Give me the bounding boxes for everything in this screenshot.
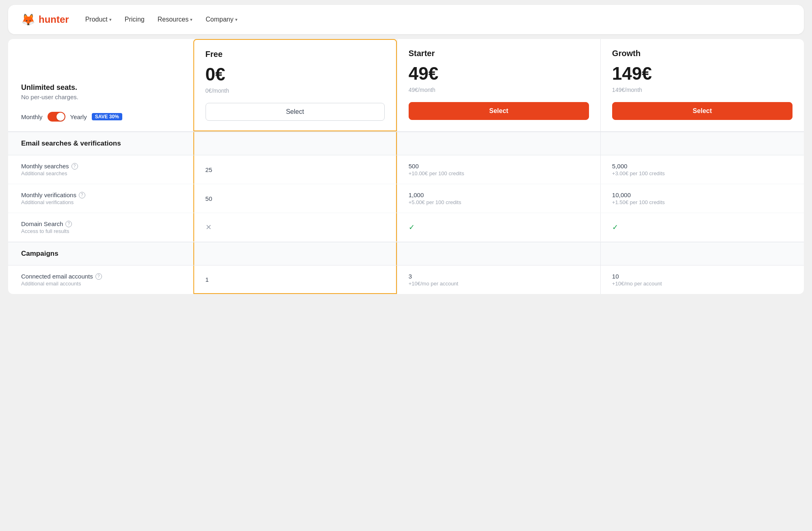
chevron-down-icon: ▾ bbox=[235, 17, 238, 22]
domain-search-sub: Access to full results bbox=[21, 228, 180, 234]
section-campaigns-header: Campaigns bbox=[8, 242, 804, 266]
table-row: Monthly searches ? Additional searches 2… bbox=[8, 155, 804, 184]
no-charges-text: No per-user charges. bbox=[21, 94, 180, 100]
table-row: Domain Search ? Access to full results ✕… bbox=[8, 213, 804, 242]
toggle-knob bbox=[56, 113, 65, 121]
nav-product-label: Product bbox=[85, 16, 108, 23]
monthly-verifications-free-value: 50 bbox=[193, 184, 397, 213]
yearly-label: Yearly bbox=[70, 113, 87, 120]
help-icon[interactable]: ? bbox=[71, 163, 78, 170]
monthly-verifications-starter-value: 1,000 +5.00€ per 100 credits bbox=[397, 184, 600, 213]
connected-email-starter-value: 3 +10€/mo per account bbox=[397, 266, 600, 294]
monthly-searches-starter-value: 500 +10.00€ per 100 credits bbox=[397, 155, 600, 184]
plan-col-free: Free 0€ 0€/month Select bbox=[193, 39, 397, 131]
help-icon[interactable]: ? bbox=[65, 221, 72, 227]
logo-icon: 🦊 bbox=[21, 13, 35, 26]
table-row: Connected email accounts ? Additional em… bbox=[8, 266, 804, 294]
nav-resources-label: Resources bbox=[158, 16, 188, 23]
section-campaigns-free-cell bbox=[193, 242, 397, 265]
monthly-verifications-growth-value: 10,000 +1.50€ per 100 credits bbox=[600, 184, 804, 213]
chevron-down-icon: ▾ bbox=[190, 17, 193, 22]
monthly-searches-feature: Monthly searches ? Additional searches bbox=[8, 155, 193, 184]
monthly-verifications-feature: Monthly verifications ? Additional verif… bbox=[8, 184, 193, 213]
unlimited-seats-text: Unlimited seats. bbox=[21, 83, 180, 92]
nav-item-resources[interactable]: Resources ▾ bbox=[158, 16, 193, 23]
section-email-starter-cell bbox=[397, 132, 600, 155]
navbar: 🦊 hunter Product ▾ Pricing Resources ▾ C… bbox=[8, 5, 804, 34]
monthly-verifications-name: Monthly verifications ? bbox=[21, 192, 180, 198]
monthly-verifications-sub: Additional verifications bbox=[21, 199, 180, 205]
section-email-title: Email searches & verifications bbox=[8, 132, 193, 155]
section-campaigns-growth-cell bbox=[600, 242, 804, 265]
help-icon[interactable]: ? bbox=[79, 192, 85, 198]
nav-pricing-label: Pricing bbox=[125, 16, 145, 23]
domain-search-free-value: ✕ bbox=[193, 213, 397, 242]
pricing-page: Unlimited seats. No per-user charges. Mo… bbox=[8, 39, 804, 294]
logo-text: hunter bbox=[39, 14, 69, 25]
connected-email-feature: Connected email accounts ? Additional em… bbox=[8, 266, 193, 294]
check-icon: ✓ bbox=[409, 223, 589, 232]
connected-email-growth-value: 10 +10€/mo per account bbox=[600, 266, 804, 294]
logo[interactable]: 🦊 hunter bbox=[21, 13, 69, 26]
nav-item-pricing[interactable]: Pricing bbox=[125, 16, 145, 23]
section-email-growth-cell bbox=[600, 132, 804, 155]
check-icon: ✓ bbox=[612, 223, 793, 232]
connected-email-free-value: 1 bbox=[193, 266, 397, 294]
connected-email-sub: Additional email accounts bbox=[21, 281, 180, 287]
connected-email-name: Connected email accounts ? bbox=[21, 273, 180, 280]
free-plan-name: Free bbox=[206, 50, 223, 59]
domain-search-growth-value: ✓ bbox=[600, 213, 804, 242]
growth-plan-name: Growth bbox=[612, 49, 641, 58]
feature-col-header: Unlimited seats. No per-user charges. Mo… bbox=[8, 39, 193, 131]
starter-plan-name: Starter bbox=[409, 49, 435, 58]
pricing-table: Unlimited seats. No per-user charges. Mo… bbox=[8, 39, 804, 294]
monthly-searches-free-value: 25 bbox=[193, 155, 397, 184]
domain-search-name: Domain Search ? bbox=[21, 220, 180, 227]
monthly-searches-sub: Additional searches bbox=[21, 170, 180, 176]
section-campaigns-title: Campaigns bbox=[8, 242, 193, 265]
nav-company-label: Company bbox=[206, 16, 233, 23]
section-campaigns-starter-cell bbox=[397, 242, 600, 265]
free-plan-price-sub: 0€/month bbox=[206, 87, 229, 94]
domain-search-feature: Domain Search ? Access to full results bbox=[8, 213, 193, 242]
starter-plan-price-sub: 49€/month bbox=[409, 87, 435, 93]
plan-col-starter: Starter 49€ 49€/month Select bbox=[397, 39, 600, 131]
billing-toggle[interactable] bbox=[48, 112, 65, 122]
free-plan-price: 0€ bbox=[206, 65, 225, 84]
save-badge: SAVE 30% bbox=[92, 113, 122, 120]
monthly-searches-name: Monthly searches ? bbox=[21, 163, 180, 170]
nav-item-company[interactable]: Company ▾ bbox=[206, 16, 237, 23]
nav-links: Product ▾ Pricing Resources ▾ Company ▾ bbox=[85, 16, 238, 23]
section-email-header: Email searches & verifications bbox=[8, 132, 804, 155]
monthly-searches-growth-value: 5,000 +3.00€ per 100 credits bbox=[600, 155, 804, 184]
cross-icon: ✕ bbox=[206, 223, 385, 232]
chevron-down-icon: ▾ bbox=[109, 17, 112, 22]
help-icon[interactable]: ? bbox=[95, 273, 102, 280]
domain-search-starter-value: ✓ bbox=[397, 213, 600, 242]
plan-col-growth: Growth 149€ 149€/month Select bbox=[600, 39, 804, 131]
monthly-label: Monthly bbox=[21, 113, 43, 120]
table-row: Monthly verifications ? Additional verif… bbox=[8, 184, 804, 213]
section-email-free-cell bbox=[193, 132, 397, 155]
growth-plan-price-sub: 149€/month bbox=[612, 87, 642, 93]
starter-plan-price: 49€ bbox=[409, 64, 438, 83]
header-row: Unlimited seats. No per-user charges. Mo… bbox=[8, 39, 804, 132]
billing-toggle-row: Monthly Yearly SAVE 30% bbox=[21, 112, 180, 122]
starter-select-button[interactable]: Select bbox=[409, 102, 589, 120]
nav-item-product[interactable]: Product ▾ bbox=[85, 16, 112, 23]
free-select-button[interactable]: Select bbox=[206, 103, 385, 121]
growth-plan-price: 149€ bbox=[612, 64, 652, 83]
growth-select-button[interactable]: Select bbox=[612, 102, 793, 120]
